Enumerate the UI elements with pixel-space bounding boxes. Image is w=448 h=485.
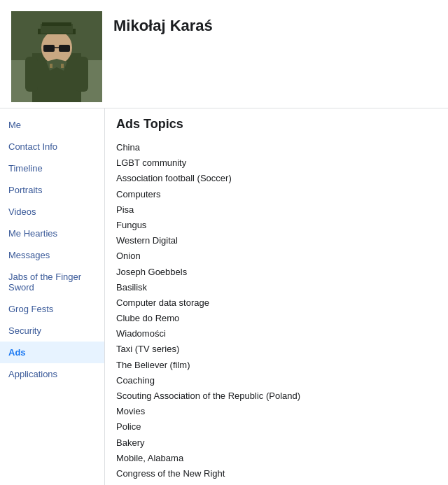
list-item: Wiadomości: [116, 326, 437, 342]
list-item: Mobile, Alabama: [116, 451, 437, 466]
profile-header: Mikołaj Karaś: [0, 0, 448, 108]
profile-info: Mikołaj Karaś: [113, 11, 213, 35]
sidebar-item-jabs-of-the-finger-sword[interactable]: Jabs of the Finger Sword: [0, 266, 104, 298]
svg-rect-7: [43, 45, 55, 52]
list-item: Scouting Association of the Republic (Po…: [116, 388, 437, 404]
profile-name: Mikołaj Karaś: [113, 17, 213, 35]
svg-rect-14: [76, 57, 88, 92]
sidebar-item-me[interactable]: Me: [0, 114, 104, 136]
list-item: Coaching: [116, 373, 437, 388]
list-item: Computers: [116, 187, 437, 202]
list-item: Computer data storage: [116, 295, 437, 311]
sidebar-item-security[interactable]: Security: [0, 320, 104, 342]
sidebar-item-videos[interactable]: Videos: [0, 201, 104, 223]
list-item: Police: [116, 419, 437, 435]
list-item: Congress of the New Right: [116, 466, 437, 482]
sidebar-item-me-hearties[interactable]: Me Hearties: [0, 223, 104, 244]
profile-photo: [11, 11, 102, 102]
sidebar: MeContact InfoTimelinePortraitsVideosMe …: [0, 108, 105, 485]
list-item: Association football (Soccer): [116, 171, 437, 186]
list-item: Basilisk: [116, 280, 437, 295]
sidebar-item-contact-info[interactable]: Contact Info: [0, 136, 104, 157]
svg-rect-13: [25, 57, 38, 92]
svg-rect-12: [61, 64, 64, 68]
list-item: Clube do Remo: [116, 311, 437, 326]
sidebar-item-messages[interactable]: Messages: [0, 244, 104, 266]
list-item: China: [116, 140, 437, 155]
list-item: Movies: [116, 404, 437, 419]
svg-rect-8: [59, 45, 70, 52]
ads-topics-list: ChinaLGBT communityAssociation football …: [116, 140, 437, 485]
list-item: LGBT community: [116, 155, 437, 171]
sidebar-item-applications[interactable]: Applications: [0, 363, 104, 385]
list-item: TV Puls: [116, 482, 437, 485]
list-item: Taxi (TV series): [116, 342, 437, 357]
content-area: Ads Topics ChinaLGBT communityAssociatio…: [105, 108, 448, 485]
svg-rect-11: [50, 64, 52, 68]
sidebar-item-timeline[interactable]: Timeline: [0, 157, 104, 179]
ads-title: Ads Topics: [116, 117, 437, 132]
list-item: Western Digital: [116, 233, 437, 248]
sidebar-item-portraits[interactable]: Portraits: [0, 179, 104, 201]
list-item: Fungus: [116, 218, 437, 233]
list-item: Pisa: [116, 202, 437, 218]
svg-rect-6: [42, 22, 71, 26]
sidebar-item-grog-fests[interactable]: Grog Fests: [0, 298, 104, 320]
list-item: Onion: [116, 248, 437, 264]
list-item: Joseph Goebbels: [116, 265, 437, 280]
list-item: Bakery: [116, 435, 437, 451]
list-item: The Believer (film): [116, 358, 437, 373]
sidebar-item-ads[interactable]: Ads: [0, 342, 104, 363]
